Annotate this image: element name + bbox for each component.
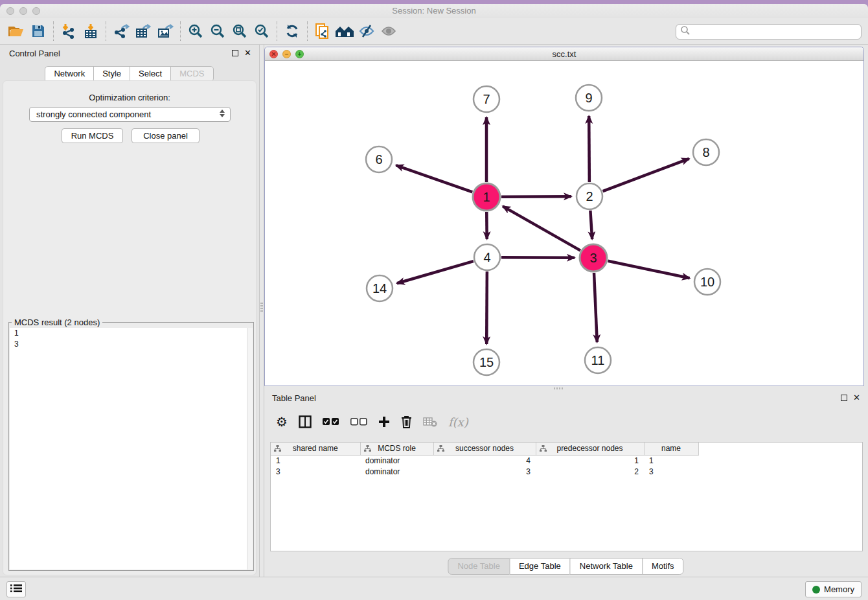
new-network-from-selection-icon[interactable] <box>312 21 334 41</box>
edge-4-3[interactable] <box>501 257 575 258</box>
optimization-criterion-select[interactable]: strongly connected component <box>29 107 231 122</box>
toolbar-separator <box>180 21 181 41</box>
result-scrollbar[interactable] <box>247 328 253 570</box>
function-builder-icon[interactable]: f(x) <box>448 413 468 431</box>
tab-motifs[interactable]: Motifs <box>642 558 684 575</box>
tab-select[interactable]: Select <box>130 66 171 82</box>
zoom-out-icon[interactable] <box>207 21 229 41</box>
node-label-2: 2 <box>586 189 593 203</box>
tab-node-table[interactable]: Node Table <box>448 558 510 575</box>
cell-shared-name[interactable]: 1 <box>271 455 360 466</box>
column-header-predecessor-nodes[interactable]: predecessor nodes <box>536 443 644 455</box>
edge-2-9[interactable] <box>589 116 589 182</box>
close-panel-button[interactable]: Close panel <box>131 128 200 143</box>
toolbar-separator <box>53 21 54 41</box>
splitter-handle[interactable] <box>554 387 564 389</box>
select-all-columns-icon[interactable] <box>323 413 339 431</box>
search-icon <box>680 25 691 38</box>
memory-button[interactable]: Memory <box>805 581 862 597</box>
run-mcds-button[interactable]: Run MCDS <box>62 128 123 143</box>
cell-predecessor-nodes[interactable]: 2 <box>536 466 644 477</box>
edge-2-8[interactable] <box>603 159 689 191</box>
first-neighbors-icon[interactable] <box>334 21 356 41</box>
splitter-handle[interactable] <box>260 303 263 313</box>
float-panel-icon[interactable] <box>232 50 238 56</box>
optimization-criterion-label: Optimization criterion: <box>3 93 256 102</box>
edge-4-15[interactable] <box>486 271 487 344</box>
delete-column-icon[interactable] <box>401 413 412 431</box>
open-session-icon[interactable] <box>5 21 27 41</box>
node-label-8: 8 <box>702 145 709 159</box>
edge-1-6[interactable] <box>396 165 472 192</box>
delete-table-icon[interactable] <box>423 413 437 431</box>
table-row[interactable]: 1 dominator 4 1 1 <box>271 455 698 466</box>
network-graph[interactable]: 7968124314101511 <box>265 62 863 386</box>
split-view-icon[interactable] <box>299 413 312 431</box>
node-label-7: 7 <box>483 92 490 106</box>
node-label-3: 3 <box>589 251 597 265</box>
mcds-result-text[interactable]: 1 3 <box>10 328 253 570</box>
network-canvas[interactable]: 7968124314101511 <box>265 62 863 386</box>
edge-4-14[interactable] <box>397 261 474 283</box>
float-panel-icon[interactable] <box>841 395 847 401</box>
column-header-successor-nodes[interactable]: successor nodes <box>433 443 536 455</box>
node-label-10: 10 <box>700 275 714 289</box>
window-title: Session: New Session <box>0 6 868 16</box>
close-panel-icon[interactable]: ✕ <box>853 395 860 401</box>
export-table-icon[interactable] <box>132 21 154 41</box>
cell-predecessor-nodes[interactable]: 1 <box>536 455 644 466</box>
tab-network-table[interactable]: Network Table <box>570 558 643 575</box>
tab-edge-table[interactable]: Edge Table <box>509 558 571 575</box>
export-image-icon[interactable] <box>154 21 176 41</box>
node-label-11: 11 <box>591 353 605 367</box>
zoom-in-icon[interactable] <box>185 21 207 41</box>
column-header-mcds-role[interactable]: MCDS role <box>360 443 433 455</box>
title-bar: Session: New Session <box>0 4 868 18</box>
network-window-title: scc.txt <box>265 49 863 59</box>
deselect-all-columns-icon[interactable] <box>350 413 367 431</box>
edge-3-11[interactable] <box>594 273 597 342</box>
cell-name[interactable]: 3 <box>644 466 698 477</box>
horizontal-splitter[interactable] <box>264 386 868 391</box>
cell-successor-nodes[interactable]: 4 <box>433 455 536 466</box>
tab-mcds[interactable]: MCDS <box>170 66 213 82</box>
show-all-icon[interactable] <box>378 21 400 41</box>
save-session-icon[interactable] <box>27 21 49 41</box>
cell-shared-name[interactable]: 3 <box>271 466 360 477</box>
task-history-button[interactable] <box>6 581 26 597</box>
column-header-shared-name[interactable]: shared name <box>271 443 360 455</box>
cell-successor-nodes[interactable]: 3 <box>433 466 536 477</box>
hide-selected-icon[interactable] <box>356 21 378 41</box>
import-network-icon[interactable] <box>58 21 80 41</box>
mcds-panel: Optimization criterion: strongly connect… <box>3 80 257 575</box>
search-box[interactable] <box>676 24 862 40</box>
zoom-selected-icon[interactable] <box>251 21 273 41</box>
edge-3-10[interactable] <box>608 261 690 279</box>
result-line: 3 <box>10 339 253 350</box>
column-header-name[interactable]: name <box>644 443 698 455</box>
refresh-icon[interactable] <box>281 21 303 41</box>
network-window-titlebar[interactable]: ✕ – + scc.txt <box>265 47 863 61</box>
table-settings-icon[interactable]: ⚙ <box>276 413 288 431</box>
memory-status-icon <box>812 586 820 594</box>
search-input[interactable] <box>691 25 861 38</box>
table-row[interactable]: 3 dominator 3 2 3 <box>271 466 698 477</box>
edge-3-1[interactable] <box>503 206 580 250</box>
add-column-icon[interactable] <box>378 413 390 431</box>
cell-mcds-role[interactable]: dominator <box>360 455 433 466</box>
hierarchy-icon <box>364 445 371 454</box>
vertical-splitter[interactable] <box>259 45 264 577</box>
tab-network[interactable]: Network <box>45 66 94 82</box>
table-tabs: Node Table Edge Table Network Table Moti… <box>448 558 683 575</box>
edge-1-2[interactable] <box>501 196 571 197</box>
export-network-icon[interactable] <box>110 21 132 41</box>
cell-mcds-role[interactable]: dominator <box>360 466 433 477</box>
import-table-icon[interactable] <box>80 21 102 41</box>
node-table[interactable]: shared name MCDS role successor nodes pr… <box>270 442 863 551</box>
zoom-fit-icon[interactable] <box>229 21 251 41</box>
close-panel-icon[interactable]: ✕ <box>244 50 251 56</box>
edge-2-3[interactable] <box>590 211 592 239</box>
status-bar: Memory <box>0 577 868 600</box>
cell-name[interactable]: 1 <box>644 455 698 466</box>
tab-style[interactable]: Style <box>93 66 130 82</box>
